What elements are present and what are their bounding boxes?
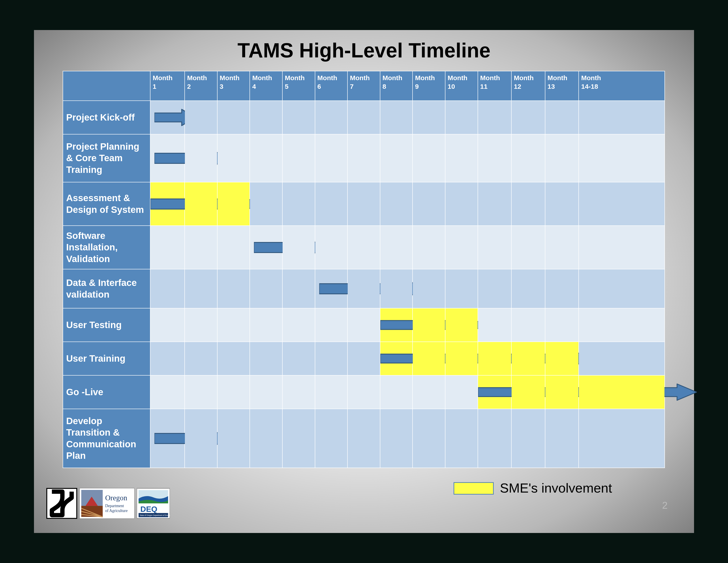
month-header: Month2 xyxy=(185,71,217,101)
timeline-cell xyxy=(545,269,579,308)
timeline-cell xyxy=(511,342,545,375)
timeline-cell xyxy=(250,182,282,226)
timeline-cell xyxy=(315,134,348,182)
timeline-cell xyxy=(579,182,665,226)
timeline-cell xyxy=(217,182,250,226)
timeline-cell xyxy=(282,134,315,182)
timeline-cell xyxy=(250,308,282,342)
timeline-cell xyxy=(185,409,217,468)
task-label: User Training xyxy=(63,342,150,375)
month-header: Month11 xyxy=(478,71,512,101)
timeline-cell xyxy=(545,308,579,342)
timeline-cell xyxy=(347,134,380,182)
odot-logo-icon xyxy=(46,488,77,519)
timeline-cell xyxy=(545,182,579,226)
timeline-cell xyxy=(282,101,315,134)
month-bot: 14-18 xyxy=(581,83,598,90)
month-bot: 13 xyxy=(548,83,555,90)
timeline-cell xyxy=(185,182,217,226)
timeline-cell xyxy=(545,101,579,134)
month-top: Month xyxy=(383,74,402,81)
timeline-cell xyxy=(315,308,348,342)
timeline-cell xyxy=(545,409,579,468)
timeline-cell xyxy=(282,269,315,308)
timeline-cell xyxy=(445,134,478,182)
timeline-cell xyxy=(380,134,413,182)
timeline-row: Data & Interface validation xyxy=(63,269,665,308)
timeline-cell xyxy=(380,342,413,375)
timeline-cell xyxy=(380,101,413,134)
timeline-cell xyxy=(478,308,512,342)
timeline-cell xyxy=(250,342,282,375)
task-label: Go -Live xyxy=(63,375,150,409)
header-corner xyxy=(63,71,150,101)
task-label: User Testing xyxy=(63,308,150,342)
timeline-cell xyxy=(413,409,445,468)
slide-number: 2 xyxy=(662,500,668,511)
timeline-cell xyxy=(347,308,380,342)
month-bot: 9 xyxy=(415,83,419,90)
month-header: Month12 xyxy=(511,71,545,101)
task-label: Project Kick-off xyxy=(63,101,150,134)
slide-canvas: TAMS High-Level Timeline Month1Month2Mon… xyxy=(34,30,694,533)
timeline-row: User Testing xyxy=(63,308,665,342)
timeline-cell xyxy=(250,269,282,308)
timeline-cell xyxy=(413,375,445,409)
timeline-cell xyxy=(579,226,665,269)
timeline-cell xyxy=(413,134,445,182)
timeline-cell xyxy=(545,375,579,409)
timeline-cell xyxy=(413,226,445,269)
timeline-cell xyxy=(185,269,217,308)
timeline-cell xyxy=(217,101,250,134)
oregon-agriculture-logo-icon: Oregon Department of Agriculture xyxy=(79,488,135,519)
timeline-cell xyxy=(150,269,185,308)
timeline-cell xyxy=(282,226,315,269)
timeline-cell xyxy=(511,375,545,409)
timeline-cell xyxy=(250,134,282,182)
month-bot: 8 xyxy=(383,83,386,90)
timeline-cell xyxy=(545,134,579,182)
timeline-cell xyxy=(511,101,545,134)
timeline-cell xyxy=(217,409,250,468)
timeline-cell xyxy=(150,375,185,409)
month-top: Month xyxy=(448,74,467,81)
timeline-cell xyxy=(185,342,217,375)
timeline-cell xyxy=(150,134,185,182)
timeline-cell xyxy=(185,101,217,134)
month-header: Month9 xyxy=(413,71,445,101)
month-top: Month xyxy=(480,74,500,81)
month-header: Month3 xyxy=(217,71,250,101)
timeline-cell xyxy=(315,375,348,409)
timeline-cell xyxy=(185,134,217,182)
timeline-cell xyxy=(478,409,512,468)
month-top: Month xyxy=(252,74,272,81)
timeline-cell xyxy=(445,375,478,409)
timeline-cell xyxy=(579,269,665,308)
timeline-cell xyxy=(282,182,315,226)
month-bot: 4 xyxy=(252,83,256,90)
timeline-cell xyxy=(347,342,380,375)
month-header: Month7 xyxy=(347,71,380,101)
timeline-cell xyxy=(185,375,217,409)
timeline-cell xyxy=(282,375,315,409)
month-bot: 11 xyxy=(480,83,488,90)
timeline-cell xyxy=(347,182,380,226)
timeline-cell xyxy=(217,226,250,269)
month-header: Month13 xyxy=(545,71,579,101)
task-label: Software Installation, Validation xyxy=(63,226,150,269)
timeline-cell xyxy=(250,101,282,134)
timeline-cell xyxy=(347,269,380,308)
timeline-cell xyxy=(511,409,545,468)
legend-swatch-sme xyxy=(454,482,494,495)
timeline-cell xyxy=(445,226,478,269)
timeline-cell xyxy=(579,409,665,468)
timeline-row: Software Installation, Validation xyxy=(63,226,665,269)
timeline-cell xyxy=(511,269,545,308)
month-header: Month1 xyxy=(150,71,185,101)
task-label: Develop Transition & Communication Plan xyxy=(63,409,150,468)
timeline-cell xyxy=(413,182,445,226)
month-header: Month5 xyxy=(282,71,315,101)
timeline-row: Go -Live xyxy=(63,375,665,409)
timeline-cell xyxy=(380,182,413,226)
timeline-cell xyxy=(217,375,250,409)
